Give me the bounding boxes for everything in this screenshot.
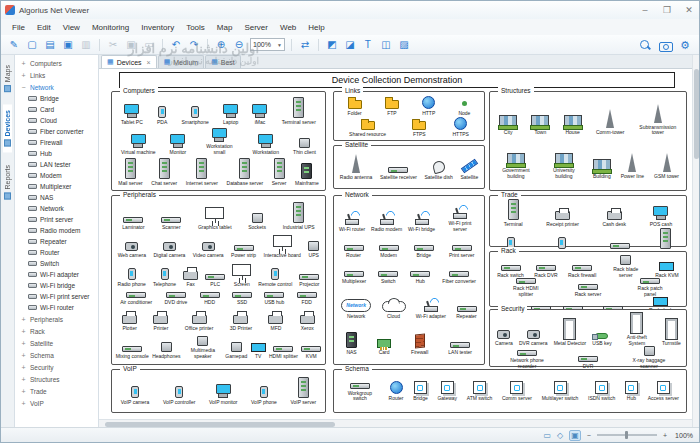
device-item[interactable]: SSD bbox=[232, 292, 252, 306]
device-item[interactable]: House bbox=[564, 115, 582, 136]
expand-icon[interactable]: + bbox=[20, 352, 27, 359]
device-item[interactable]: Hub bbox=[625, 381, 638, 402]
actual-size-icon[interactable]: ▣ bbox=[569, 430, 581, 441]
vscroll-thumb[interactable] bbox=[694, 69, 699, 159]
menu-map[interactable]: Map bbox=[212, 21, 238, 34]
device-item[interactable]: Power strip bbox=[231, 245, 256, 259]
device-item[interactable]: Rack switch bbox=[497, 265, 524, 279]
background-button[interactable]: ◫ bbox=[378, 37, 394, 53]
device-item[interactable]: Switch bbox=[378, 271, 398, 285]
tree-group-trade[interactable]: +Trade bbox=[15, 385, 98, 397]
device-item[interactable]: Camera bbox=[495, 330, 513, 347]
device-item[interactable]: Town bbox=[531, 115, 549, 136]
device-item[interactable]: Shared resource bbox=[349, 118, 386, 138]
device-item[interactable]: Rack KVM bbox=[655, 262, 679, 279]
device-item[interactable]: Workgroup switch bbox=[341, 383, 379, 402]
device-item[interactable]: HTTP bbox=[422, 96, 435, 117]
device-item[interactable]: Network phone recorder bbox=[508, 350, 546, 369]
tree-item-repeater[interactable]: Repeater bbox=[15, 236, 98, 247]
device-item[interactable]: Multilayer switch bbox=[542, 381, 579, 402]
menu-edit[interactable]: Edit bbox=[32, 21, 56, 34]
device-item[interactable]: Laptop bbox=[223, 104, 238, 126]
device-item[interactable]: FDD bbox=[297, 292, 317, 306]
minimize-button[interactable]: – bbox=[639, 5, 651, 15]
device-item[interactable]: Subtransmission tower bbox=[639, 104, 677, 136]
menu-web[interactable]: Web bbox=[275, 21, 301, 34]
device-item[interactable]: Rack server bbox=[575, 284, 602, 298]
vertical-scrollbar[interactable] bbox=[692, 55, 699, 427]
device-item[interactable]: Access server bbox=[648, 381, 679, 402]
rotate-button[interactable]: ◩ bbox=[324, 37, 340, 53]
fit-map-button[interactable]: ⇄ bbox=[297, 37, 313, 53]
zoom-slider[interactable] bbox=[597, 434, 657, 436]
device-item[interactable]: KVM bbox=[301, 346, 321, 360]
device-item[interactable]: Mail server bbox=[118, 158, 142, 187]
expand-icon[interactable]: + bbox=[20, 60, 27, 67]
tree-item-radio-modem[interactable]: Radio modem bbox=[15, 225, 98, 236]
device-item[interactable]: Power line bbox=[621, 153, 644, 180]
device-item[interactable]: Rack blade server bbox=[607, 255, 645, 278]
device-item[interactable]: Repeater bbox=[456, 306, 477, 320]
expand-icon[interactable]: + bbox=[20, 328, 27, 335]
device-item[interactable]: iMac bbox=[252, 104, 267, 126]
device-item[interactable]: HDMI splitter bbox=[269, 346, 298, 360]
zoom-level-select[interactable]: 100%▼ bbox=[250, 38, 285, 51]
device-item[interactable]: Comm-tower bbox=[596, 109, 625, 136]
device-item[interactable]: City bbox=[499, 115, 517, 136]
menu-tools[interactable]: Tools bbox=[181, 21, 210, 34]
redo-button[interactable]: ↷ bbox=[186, 37, 202, 53]
zoom-in-status[interactable]: + bbox=[663, 432, 667, 439]
device-item[interactable]: Mainframe bbox=[295, 163, 319, 187]
expand-icon[interactable]: + bbox=[20, 340, 27, 347]
device-item[interactable]: UPS bbox=[308, 241, 319, 259]
doc-tab-devices[interactable]: ▦Devices× bbox=[101, 55, 157, 68]
device-item[interactable]: Chat server bbox=[151, 158, 177, 187]
device-item[interactable]: NetworkNetwork bbox=[341, 299, 371, 320]
device-item[interactable]: Smartphone bbox=[181, 106, 208, 126]
device-item[interactable]: Bridge bbox=[413, 381, 427, 402]
device-item[interactable]: Government building bbox=[497, 153, 535, 179]
menu-view[interactable]: View bbox=[58, 21, 85, 34]
edit-figure-button[interactable]: ◪ bbox=[342, 37, 358, 53]
device-item[interactable]: Rack HDMI splitter bbox=[507, 278, 545, 297]
tree-item-nas[interactable]: NAS bbox=[15, 192, 98, 203]
device-item[interactable]: Bridge bbox=[414, 245, 434, 259]
device-item[interactable]: University building bbox=[545, 153, 583, 179]
device-item[interactable]: Radio antenna bbox=[340, 154, 373, 181]
tree-item-wi-fi-adapter[interactable]: Wi-Fi adapter bbox=[15, 269, 98, 280]
screenshot-icon[interactable] bbox=[658, 38, 672, 52]
open-map-button[interactable]: ▤ bbox=[42, 37, 58, 53]
device-item[interactable]: Printer bbox=[153, 311, 168, 332]
device-item[interactable]: Router bbox=[389, 381, 404, 402]
device-item[interactable]: Wi-Fi bridge bbox=[408, 211, 435, 233]
save-map-button[interactable]: ▣ bbox=[60, 37, 76, 53]
image-tool-button[interactable]: ▨ bbox=[396, 37, 412, 53]
device-item[interactable]: X-ray baggage scanner bbox=[630, 346, 668, 369]
tree-group-computers[interactable]: +Computers bbox=[15, 57, 98, 69]
device-item[interactable]: POS cash bbox=[650, 206, 673, 228]
device-item[interactable]: TV bbox=[251, 343, 266, 360]
tree-item-firewall[interactable]: Firewall bbox=[15, 137, 98, 148]
side-tab-devices[interactable]: Devices bbox=[3, 104, 12, 152]
device-item[interactable]: Workstation bbox=[253, 134, 279, 156]
zoom-in-button[interactable]: ⊕ bbox=[213, 37, 229, 53]
device-item[interactable]: Tablet PC bbox=[121, 104, 143, 126]
device-item[interactable]: Web camera bbox=[118, 242, 146, 259]
device-item[interactable]: Building bbox=[593, 159, 611, 180]
device-item[interactable]: ISDN switch bbox=[588, 381, 615, 402]
device-item[interactable]: Firewall bbox=[411, 334, 428, 356]
hscroll-thumb[interactable] bbox=[105, 422, 335, 427]
settings-gear-icon[interactable]: ⚙ bbox=[678, 38, 692, 52]
device-item[interactable]: Wi-Fi print server bbox=[441, 205, 479, 232]
device-item[interactable]: Card bbox=[377, 339, 391, 356]
device-item[interactable]: Radio phone bbox=[118, 268, 146, 288]
device-item[interactable]: Projector bbox=[299, 274, 319, 288]
tree-item-print-server[interactable]: Print server bbox=[15, 214, 98, 225]
device-item[interactable]: Folder bbox=[348, 97, 362, 117]
device-item[interactable]: USB key bbox=[592, 333, 611, 347]
device-item[interactable]: Laminator bbox=[122, 217, 144, 231]
tree-item-multiplexer[interactable]: Multiplexer bbox=[15, 181, 98, 192]
device-item[interactable]: Fiber converter bbox=[442, 271, 476, 285]
map-canvas[interactable]: Device Collection Demonstration Computer… bbox=[99, 69, 692, 419]
device-item[interactable]: Telephone bbox=[153, 268, 176, 288]
